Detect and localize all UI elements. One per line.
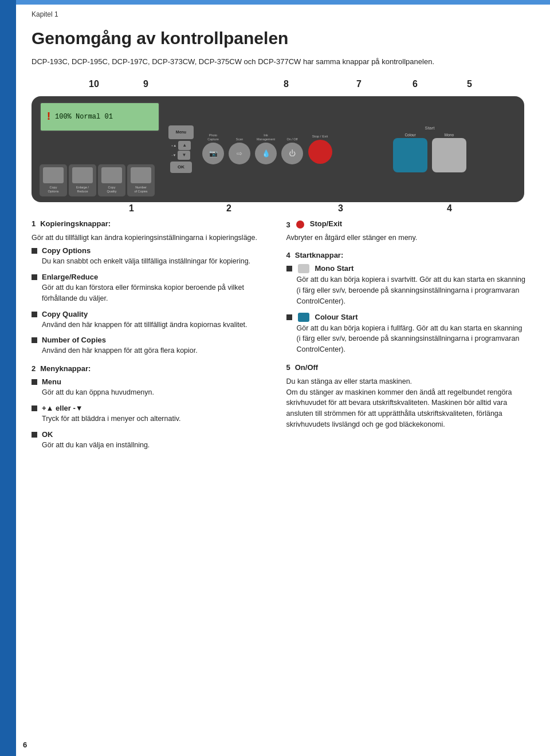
diagram-bottom-numbers: 1 2 3 4 [32,203,524,219]
start-colour-label: Colour [404,133,415,137]
section-4-number: 4 [286,251,290,259]
copy-options-header: Copy Options [32,246,273,255]
number-copies-item: Number of Copies Använd den här knappen … [32,336,273,356]
diagram-top-numbers: 10 9 8 7 6 5 [32,79,524,95]
ink-management-button[interactable]: 💧 [255,143,277,164]
copy-quality-item: Copy Quality Använd den här knappen för … [32,310,273,330]
number-copies-button[interactable]: Numberof Copies [127,164,155,196]
section-5-number: 5 [286,363,290,372]
ok-item-header: OK [32,430,273,439]
bullet-square [286,266,292,271]
section-5: 5 On/Off Du kan stänga av eller starta m… [286,363,528,430]
stop-exit-button[interactable] [308,140,332,164]
section-5-title: On/Off [295,363,318,372]
bullet-square [32,312,37,317]
page-title: Genomgång av kontrollpanelen [32,29,527,48]
copy-options-item: Copy Options Du kan snabbt och enkelt vä… [32,246,273,267]
section-1-number: 1 [32,219,36,228]
left-column: 1 Kopieringsknappar: Gör att du tillfäll… [32,219,273,459]
start-header-label: Start [425,125,435,131]
lcd-text: 100% Normal 01 [55,113,113,121]
nav-item-header: +▲ eller -▼ [32,404,273,412]
copy-quality-button[interactable]: CopyQuality [98,164,125,196]
mono-start-item: Mono Start Gör att du kan börja kopiera … [286,264,528,306]
power-icon: ⏻ [289,149,296,158]
enlarge-reduce-cap [72,167,93,183]
copy-quality-title: Copy Quality [42,310,88,318]
on-off-button[interactable]: ⏻ [281,143,303,164]
copy-options-label: CopyOptions [48,186,59,194]
number-copies-label: Numberof Copies [134,186,147,194]
bullet-square [32,248,37,254]
photo-capture-button[interactable]: 📷 [202,143,224,164]
section-2: 2 Menyknappar: Menu Gör att du kan öppna… [32,364,273,450]
diag-num-3: 3 [338,203,343,214]
menu-item-desc: Gör att du kan öppna huvudmenyn. [42,387,273,398]
panel-lcd-section: ! 100% Normal 01 CopyOptions Enlarge /Re… [40,102,160,196]
start-section: Start Colour Mono [343,102,516,196]
bullet-square [32,405,37,411]
photo-capture-group: PhotoCapture 📷 [202,133,224,164]
section-4: 4 Startknappar: Mono Start Gör att du ka… [286,251,528,355]
start-colour-button[interactable] [393,138,427,172]
nav-item: +▲ eller -▼ Tryck för att bläddra i meny… [32,404,273,424]
enlarge-reduce-item: Enlarge/Reduce Gör att du kan förstora e… [32,273,273,304]
diag-num-9: 9 [143,79,148,89]
nav-item-title: +▲ eller -▼ [42,404,83,412]
scan-button[interactable]: ⇨ [229,143,250,164]
mono-start-title: Mono Start [315,264,354,273]
nav-up-button[interactable]: ▲ [178,141,191,150]
ink-management-label: InkManagement [257,133,275,141]
camera-icon: 📷 [209,149,218,158]
printer-diagram: 10 9 8 7 6 5 ! 100% Normal 01 CopyOption… [32,79,524,219]
copy-options-button[interactable]: CopyOptions [40,164,67,196]
bottom-bar [0,733,16,756]
mono-start-icon [298,264,309,273]
number-copies-cap [131,167,151,183]
section-5-desc: Du kan stänga av eller starta maskinen.O… [286,376,528,430]
lcd-exclamation: ! [45,110,52,123]
start-mono-button[interactable] [432,138,466,172]
colour-start-icon [298,313,309,322]
copy-buttons-group: CopyOptions Enlarge /Reduce CopyQuality … [40,164,160,196]
diag-num-6: 6 [412,79,418,89]
lcd-display: ! 100% Normal 01 [40,102,160,132]
section-3: 3 Stop/Exit Avbryter en åtgärd eller stä… [286,219,528,243]
colour-start-title: Colour Start [315,313,358,321]
nav-item-desc: Tryck för att bläddra i menyer och alter… [42,414,273,424]
menu-section: Menu +▲ ▲ -▼ ▼ OK [164,102,198,196]
menu-button[interactable]: Menu [168,125,194,139]
mono-start-header: Mono Start [286,264,528,273]
content-area: 1 Kopieringsknappar: Gör att du tillfäll… [32,219,527,459]
start-mono-label: Mono [445,133,454,137]
number-copies-desc: Använd den här knappen för att göra fler… [42,345,273,356]
photo-capture-label: PhotoCapture [207,133,219,141]
bullet-square [32,274,37,280]
intro-text: DCP-193C, DCP-195C, DCP-197C, DCP-373CW,… [32,56,527,68]
ok-button[interactable]: OK [170,162,192,173]
section-3-number: 3 [286,220,290,229]
start-buttons-row: Colour Mono [393,133,466,172]
copy-quality-header: Copy Quality [32,310,273,318]
stop-exit-section: Stop / Exit [301,102,339,196]
stop-exit-label: Stop / Exit [312,135,328,138]
colour-start-header: Colour Start [286,313,528,322]
section-3-title: Stop/Exit [310,219,342,228]
section-1-intro: Gör att du tillfälligt kan ändra kopieri… [32,233,273,243]
enlarge-reduce-button[interactable]: Enlarge /Reduce [69,164,96,196]
ok-item-title: OK [42,430,53,439]
ink-management-group: InkManagement 💧 [255,133,277,164]
copy-quality-label: CopyQuality [107,186,116,194]
nav-down-button[interactable]: ▼ [178,151,190,160]
chapter-label: Kapitel 1 [32,10,527,18]
mono-start-desc: Gör att du kan börja kopiera i svartvitt… [297,274,528,306]
scan-label: Scan [236,137,243,141]
page-number: 6 [23,741,27,749]
bullet-square [286,314,292,320]
diag-num-7: 7 [356,79,362,89]
section-3-desc: Avbryter en åtgärd eller stänger en meny… [286,233,528,243]
ok-item-desc: Gör att du kan välja en inställning. [42,440,273,451]
menu-label: Menu [176,130,186,134]
menu-item-header: Menu [32,377,273,386]
colour-start-item: Colour Start Gör att du kan börja kopier… [286,313,528,355]
